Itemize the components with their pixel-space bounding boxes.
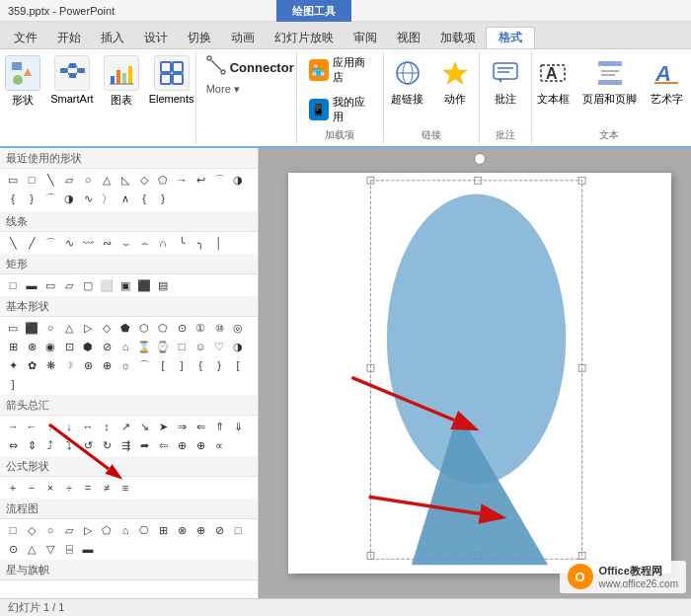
shape-item[interactable]: ▣ — [116, 276, 134, 294]
shape-item[interactable]: ⬛ — [23, 319, 40, 337]
shape-item[interactable]: ▭ — [41, 276, 59, 294]
shape-item[interactable]: ▱ — [60, 521, 78, 539]
shape-item[interactable]: ⬛ — [135, 276, 153, 294]
shape-item[interactable]: ⊘ — [98, 338, 115, 355]
shape-item[interactable]: ⊕ — [192, 521, 209, 539]
shape-item[interactable]: □ — [23, 171, 40, 189]
shape-item[interactable]: ⌒ — [135, 356, 153, 374]
shape-item[interactable]: → — [4, 418, 22, 435]
shape-item[interactable]: ⊗ — [23, 338, 40, 355]
shape-item[interactable]: ⌣ — [116, 234, 134, 252]
shape-item[interactable]: [ — [229, 356, 247, 374]
shape-item[interactable]: ① — [192, 319, 209, 337]
shape-item[interactable]: ▭ — [4, 171, 22, 189]
shape-item[interactable]: ⌒ — [210, 171, 228, 189]
shape-item[interactable]: ◇ — [23, 521, 40, 539]
shape-item[interactable]: ❋ — [41, 356, 59, 374]
shape-item[interactable]: △ — [23, 540, 40, 558]
shape-item[interactable]: ∾ — [98, 234, 115, 252]
shape-item[interactable]: } — [23, 190, 40, 207]
shape-item[interactable]: ◺ — [116, 171, 134, 189]
shape-item[interactable]: ⬠ — [154, 171, 172, 189]
shape-item[interactable]: ⇕ — [23, 436, 40, 454]
shape-item[interactable]: ÷ — [60, 479, 78, 497]
shape-item[interactable]: ↑ — [41, 418, 59, 435]
shape-item[interactable]: ◇ — [135, 171, 153, 189]
shape-item[interactable]: ▷ — [79, 521, 97, 539]
shape-item[interactable]: ⊘ — [210, 521, 228, 539]
shape-item[interactable]: 〉 — [98, 190, 115, 207]
shape-item[interactable]: ╰ — [173, 234, 191, 252]
shape-item[interactable]: ➦ — [135, 436, 153, 454]
shape-item[interactable]: ╱ — [23, 234, 40, 252]
tab-insert[interactable]: 插入 — [91, 27, 134, 48]
tab-design[interactable]: 设计 — [134, 27, 178, 48]
shape-item[interactable]: ⊗ — [173, 521, 191, 539]
shape-item[interactable]: ⬟ — [116, 319, 134, 337]
rotation-handle[interactable] — [474, 153, 486, 165]
shape-item[interactable]: ⇔ — [4, 436, 22, 454]
tab-addins[interactable]: 加载项 — [430, 27, 486, 48]
tab-review[interactable]: 审阅 — [344, 27, 387, 48]
shape-item[interactable]: } — [210, 356, 228, 374]
shape-item[interactable]: ↻ — [98, 436, 115, 454]
shape-item[interactable]: → — [173, 171, 191, 189]
shape-item[interactable]: { — [192, 356, 209, 374]
shape-item[interactable]: ⌢ — [135, 234, 153, 252]
shape-item[interactable]: ⬠ — [98, 521, 115, 539]
shape-item[interactable]: ➤ — [154, 418, 172, 435]
shape-item[interactable]: ⊕ — [98, 356, 115, 374]
app-store-button[interactable]: 🏪 应用商店 — [305, 53, 375, 87]
shape-item[interactable]: ↔ — [79, 418, 97, 435]
tab-format[interactable]: 格式 — [486, 27, 535, 48]
shape-item[interactable]: ◉ — [41, 338, 59, 355]
shape-item[interactable]: ⇦ — [154, 436, 172, 454]
shape-item[interactable]: ⑩ — [210, 319, 228, 337]
shape-item[interactable]: ⇓ — [229, 418, 247, 435]
shape-item[interactable]: ∧ — [116, 190, 134, 207]
shape-item[interactable]: ⬢ — [79, 338, 97, 355]
comment-button[interactable]: 批注 — [484, 53, 527, 109]
shape-item[interactable]: − — [23, 479, 40, 497]
shape-item[interactable]: ○ — [41, 319, 59, 337]
tab-home[interactable]: 开始 — [47, 27, 91, 48]
shape-item[interactable]: ◑ — [229, 171, 247, 189]
shape-item[interactable]: ╲ — [4, 234, 22, 252]
shape-item[interactable]: △ — [60, 319, 78, 337]
shape-item[interactable]: ⊡ — [60, 338, 78, 355]
shape-item[interactable]: ▢ — [79, 276, 97, 294]
shape-item[interactable]: ⤴ — [41, 436, 59, 454]
shape-item[interactable]: = — [79, 479, 97, 497]
my-apps-button[interactable]: 📱 我的应用 — [305, 93, 375, 126]
shape-item[interactable]: ▱ — [60, 276, 78, 294]
shape-item[interactable]: × — [41, 479, 59, 497]
shape-item[interactable]: ⌂ — [116, 521, 134, 539]
shape-item[interactable]: ⊕ — [173, 436, 191, 454]
shape-item[interactable]: 〰 — [79, 234, 97, 252]
shape-item[interactable]: ↗ — [116, 418, 134, 435]
shape-item[interactable]: ⬠ — [154, 319, 172, 337]
tab-animation[interactable]: 动画 — [221, 27, 265, 48]
shape-item[interactable]: ☺ — [192, 338, 209, 355]
shape-item[interactable]: ⊕ — [192, 436, 209, 454]
shape-item[interactable]: ↕ — [98, 418, 115, 435]
shape-item[interactable]: ◇ — [98, 319, 115, 337]
shape-item[interactable]: ▽ — [41, 540, 59, 558]
shape-item[interactable]: ⌒ — [41, 234, 59, 252]
shape-item[interactable]: ← — [23, 418, 40, 435]
tab-slideshow[interactable]: 幻灯片放映 — [265, 27, 344, 48]
shape-item[interactable]: ╲ — [41, 171, 59, 189]
shape-item[interactable]: ○ — [41, 521, 59, 539]
shape-item[interactable]: ◑ — [60, 190, 78, 207]
smartart-button[interactable]: SmartArt — [46, 53, 97, 107]
shape-item[interactable]: ▭ — [4, 319, 22, 337]
shape-item[interactable]: ▬ — [79, 540, 97, 558]
shape-item[interactable]: { — [135, 190, 153, 207]
header-footer-button[interactable]: 页眉和页脚 — [578, 53, 641, 109]
tab-view[interactable]: 视图 — [387, 27, 430, 48]
shape-item[interactable]: ⤵ — [60, 436, 78, 454]
shape-item[interactable]: ⊛ — [79, 356, 97, 374]
shape-item[interactable]: } — [154, 190, 172, 207]
shape-item[interactable]: ▱ — [60, 171, 78, 189]
action-button[interactable]: 动作 — [433, 53, 477, 109]
